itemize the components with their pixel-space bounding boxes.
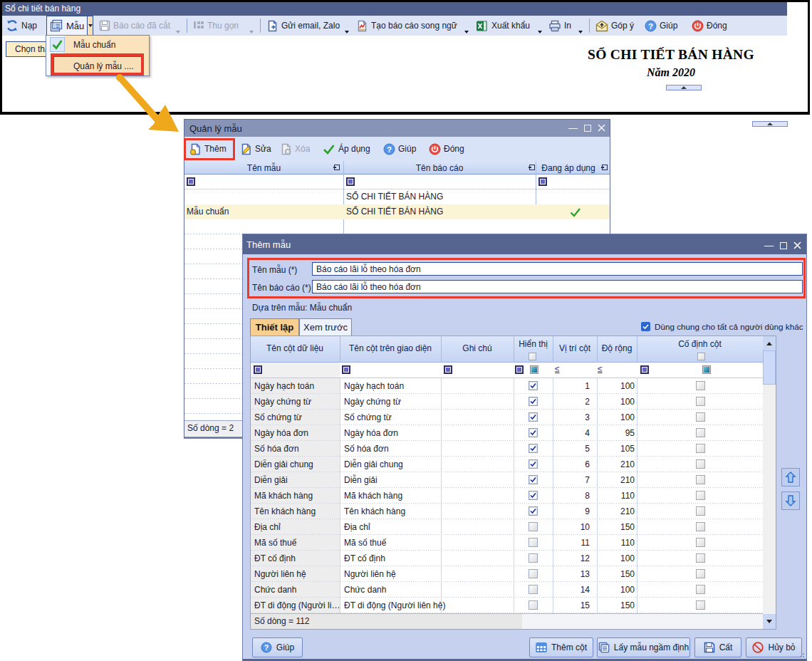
svg-text:?: ? <box>387 145 392 153</box>
svg-text:?: ? <box>648 21 653 30</box>
svg-text:?: ? <box>264 643 269 652</box>
